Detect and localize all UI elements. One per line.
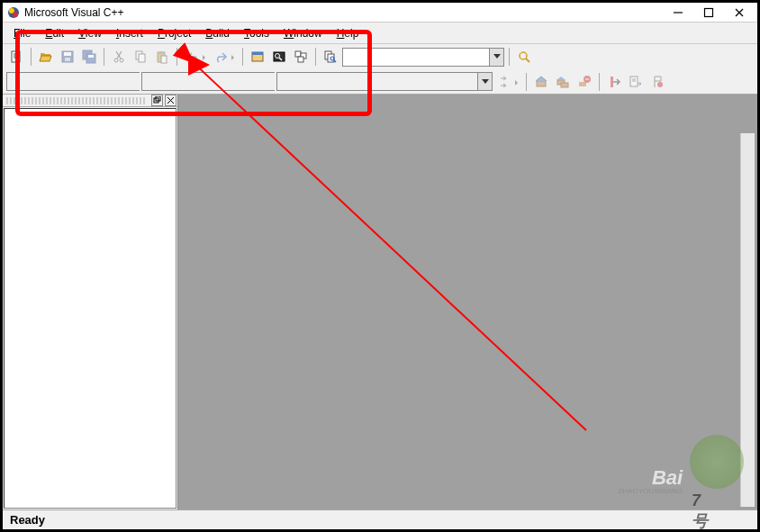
window-title: Microsoft Visual C++ xyxy=(24,6,124,19)
svg-point-2 xyxy=(13,12,18,17)
copy-button[interactable] xyxy=(131,47,150,67)
watermark-circle-icon xyxy=(690,435,744,489)
workspace-tree[interactable] xyxy=(4,108,176,509)
separator xyxy=(31,48,32,66)
watermark: Bai 7号 ZHAOYOUXIWANG xyxy=(577,435,757,520)
svg-point-19 xyxy=(114,59,118,62)
svg-rect-41 xyxy=(537,81,546,86)
new-text-file-button[interactable] xyxy=(6,47,26,67)
open-button[interactable] xyxy=(36,47,56,67)
svg-rect-22 xyxy=(139,54,145,62)
svg-rect-27 xyxy=(252,52,263,55)
svg-rect-7 xyxy=(12,51,20,62)
window-controls xyxy=(671,5,754,20)
build-all-button[interactable] xyxy=(553,72,573,92)
separator xyxy=(315,48,316,66)
workspace-panel xyxy=(3,95,178,509)
maximize-button[interactable] xyxy=(701,5,716,20)
svg-rect-43 xyxy=(561,83,568,87)
svg-rect-12 xyxy=(64,52,71,56)
separator xyxy=(176,48,177,66)
svg-rect-31 xyxy=(295,51,301,57)
cut-button[interactable] xyxy=(109,47,129,67)
title-bar: Microsoft Visual C++ xyxy=(3,3,757,23)
save-button[interactable] xyxy=(58,47,77,67)
standard-toolbar xyxy=(3,44,757,69)
class-combo[interactable] xyxy=(6,72,140,91)
menu-insert[interactable]: Insert xyxy=(109,24,150,42)
svg-rect-24 xyxy=(159,51,163,54)
svg-rect-33 xyxy=(298,57,303,62)
execute-button[interactable] xyxy=(604,72,624,92)
svg-rect-13 xyxy=(65,58,70,61)
find-input[interactable] xyxy=(343,49,489,66)
member-combo-arrow[interactable] xyxy=(477,73,492,90)
window-frame: Microsoft Visual C++ File Edit View Inse… xyxy=(0,0,760,532)
menu-file[interactable]: File xyxy=(6,24,38,42)
svg-rect-44 xyxy=(579,82,586,86)
svg-point-20 xyxy=(120,59,123,62)
window-list-button[interactable] xyxy=(291,47,311,67)
panel-close-button[interactable] xyxy=(165,95,176,106)
find-button[interactable] xyxy=(514,47,534,67)
paste-button[interactable] xyxy=(152,47,172,67)
svg-point-50 xyxy=(657,82,663,87)
svg-rect-4 xyxy=(705,8,713,16)
stop-build-button[interactable] xyxy=(575,72,594,92)
svg-rect-16 xyxy=(88,55,94,58)
panel-grip[interactable] xyxy=(6,97,147,104)
status-text: Ready xyxy=(10,513,45,527)
watermark-text: Bai 7号 ZHAOYOUXIWANG xyxy=(652,466,683,490)
menu-view[interactable]: View xyxy=(71,24,109,42)
build-button[interactable] xyxy=(531,72,551,92)
separator xyxy=(599,73,600,91)
panel-header xyxy=(3,95,177,107)
svg-rect-25 xyxy=(161,56,167,63)
title-left: Microsoft Visual C++ xyxy=(6,5,124,20)
menu-edit[interactable]: Edit xyxy=(38,24,71,42)
separator xyxy=(104,48,104,66)
menu-window[interactable]: Window xyxy=(276,24,330,42)
separator xyxy=(509,48,510,66)
panel-restore-button[interactable] xyxy=(151,95,163,106)
app-icon xyxy=(6,5,21,20)
watermark-num: 7号 xyxy=(692,491,708,532)
find-combo[interactable] xyxy=(342,48,504,67)
menu-help[interactable]: Help xyxy=(330,24,366,42)
output-button[interactable] xyxy=(269,47,289,67)
svg-line-18 xyxy=(117,51,122,59)
breakpoint-button[interactable] xyxy=(647,72,667,92)
svg-line-17 xyxy=(116,51,121,59)
wizard-toolbar xyxy=(3,69,757,95)
menu-project[interactable]: Project xyxy=(150,24,198,42)
wizard-action-button[interactable] xyxy=(494,72,521,92)
redo-button[interactable] xyxy=(211,47,238,67)
member-combo[interactable] xyxy=(276,72,493,91)
save-all-button[interactable] xyxy=(79,47,99,67)
watermark-sub: ZHAOYOUXIWANG xyxy=(618,487,683,495)
menu-build[interactable]: Build xyxy=(198,24,237,42)
separator xyxy=(242,48,243,66)
minimize-button[interactable] xyxy=(671,5,685,20)
filter-combo[interactable] xyxy=(141,72,275,91)
svg-point-40 xyxy=(520,52,522,54)
close-button[interactable] xyxy=(732,5,746,20)
svg-line-39 xyxy=(526,59,529,62)
menu-tools[interactable]: Tools xyxy=(237,24,276,42)
undo-button[interactable] xyxy=(182,47,209,67)
find-in-files-button[interactable] xyxy=(321,47,340,67)
member-combo-input[interactable] xyxy=(277,73,477,90)
menu-bar: File Edit View Insert Project Build Tool… xyxy=(3,23,757,44)
workspace-button[interactable] xyxy=(248,47,267,67)
find-dropdown-arrow[interactable] xyxy=(489,49,503,66)
go-button[interactable] xyxy=(626,72,646,92)
class-combo-input[interactable] xyxy=(7,73,149,90)
filter-combo-input[interactable] xyxy=(142,73,285,90)
separator xyxy=(526,73,527,91)
